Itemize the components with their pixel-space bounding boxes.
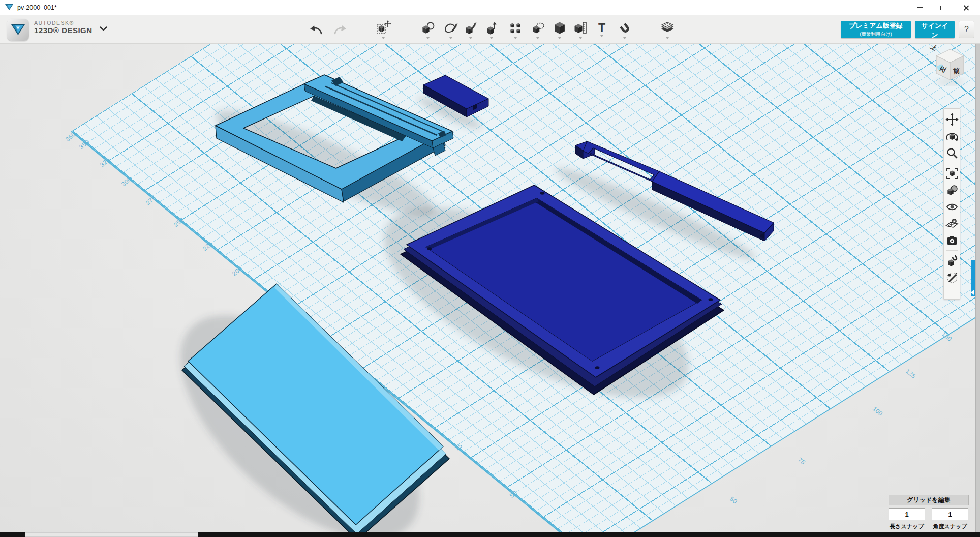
modify-button[interactable]: [482, 18, 501, 41]
sketch-visibility-icon[interactable]: [944, 269, 959, 286]
material-button[interactable]: [658, 18, 677, 41]
panel-collapse-tab[interactable]: [971, 260, 975, 296]
app-window: pv-2000_001* AUTODESK® 123D® DESIGN: [0, 0, 980, 537]
orbit-icon[interactable]: [944, 128, 959, 144]
title-bar: pv-2000_001*: [0, 0, 980, 15]
construct-button[interactable]: [461, 18, 480, 41]
primitives-button[interactable]: [418, 18, 438, 41]
toolbar-separator: [353, 23, 353, 37]
fit-view-icon[interactable]: [944, 165, 959, 182]
brand-text: AUTODESK® 123D® DESIGN: [34, 20, 93, 35]
text-button[interactable]: T: [592, 18, 611, 41]
measure-button[interactable]: [571, 18, 590, 41]
signin-button[interactable]: サインイン: [915, 21, 955, 38]
length-snap-label: 長さスナップ: [889, 523, 925, 530]
toolbar-separator: [636, 23, 636, 37]
main-menu-chevron-icon[interactable]: [100, 26, 107, 31]
zoom-icon[interactable]: [944, 144, 959, 161]
expand-arrow-icon: [971, 290, 974, 295]
visibility-eye-icon[interactable]: [944, 198, 959, 215]
grid-edit-button[interactable]: グリッドを編集: [889, 495, 969, 505]
shading-icon[interactable]: [944, 182, 959, 198]
snap-toggle-icon[interactable]: [944, 252, 959, 269]
group-button[interactable]: [528, 18, 547, 41]
app-logo[interactable]: [7, 19, 29, 41]
view-cube[interactable]: 上 左 前: [929, 44, 964, 84]
grid-visibility-icon[interactable]: [944, 215, 959, 232]
model-objects: 上 左 前: [0, 44, 980, 532]
minimize-button[interactable]: [908, 0, 931, 15]
undo-button[interactable]: [307, 18, 326, 41]
nav-separator: [946, 250, 958, 251]
nav-separator: [946, 163, 958, 163]
redo-button[interactable]: [330, 18, 350, 41]
view-cube-top-label: 上: [929, 44, 939, 52]
pattern-button[interactable]: [506, 18, 525, 41]
screenshot-camera-icon[interactable]: [944, 232, 959, 249]
signin-label: サインイン: [918, 21, 952, 40]
angle-snap-input[interactable]: [932, 508, 968, 520]
restore-button[interactable]: [931, 0, 955, 15]
snap-button[interactable]: [615, 18, 634, 41]
length-snap-input[interactable]: [889, 508, 925, 520]
taskbar-segment: [25, 532, 198, 537]
help-button[interactable]: ?: [959, 21, 974, 38]
toolbar-separator: [396, 23, 396, 37]
close-button[interactable]: [955, 0, 978, 15]
part-stand-frame[interactable]: [216, 75, 453, 202]
combine-button[interactable]: [550, 18, 569, 41]
bottom-taskbar-strip: [0, 532, 980, 537]
view-cube-front-label: 前: [953, 67, 960, 75]
sketch-button[interactable]: [441, 18, 461, 41]
right-edge-track[interactable]: [975, 44, 980, 532]
pan-icon[interactable]: [944, 111, 959, 128]
brand-autodesk: AUTODESK®: [34, 20, 93, 26]
premium-label: プレミアム版登録: [844, 21, 908, 31]
main-toolbar: AUTODESK® 123D® DESIGN: [0, 15, 980, 44]
text-tool-glyph: T: [598, 22, 605, 34]
transform-move-button[interactable]: [374, 18, 393, 41]
premium-signup-button[interactable]: プレミアム版登録 (商業利用向け): [841, 21, 911, 38]
window-title: pv-2000_001*: [17, 4, 57, 11]
premium-sublabel: (商業利用向け): [844, 31, 908, 38]
brand-123d: 123D® DESIGN: [34, 26, 93, 35]
viewport-canvas[interactable]: 3603503253002752502252001757550507510012…: [0, 44, 980, 532]
angle-snap-label: 角度スナップ: [932, 523, 968, 530]
app-icon: [5, 4, 13, 11]
navigation-toolbar: [943, 108, 960, 300]
